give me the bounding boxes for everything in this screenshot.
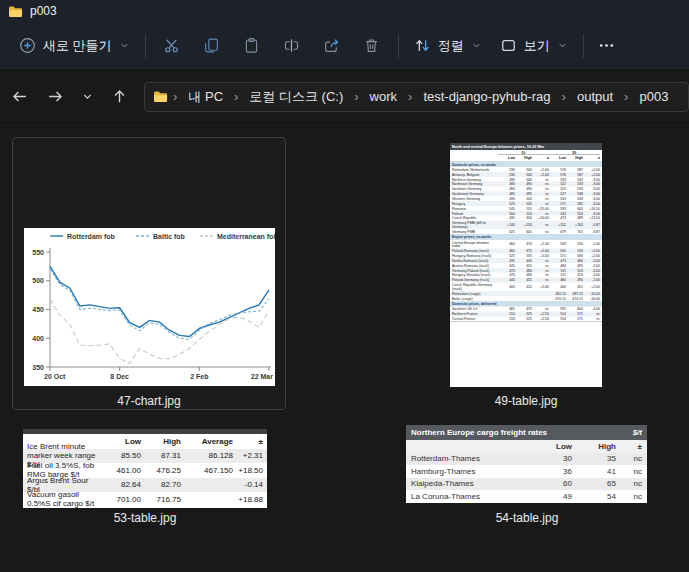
table49-row-label: Central France bbox=[452, 317, 498, 321]
table49-footnote-strip bbox=[450, 322, 602, 327]
breadcrumb-item-my-pc[interactable]: 내 PC bbox=[182, 86, 229, 108]
address-input[interactable]: › 내 PC › 로컬 디스크 (C:) › work › test-djang… bbox=[144, 82, 689, 112]
up-button[interactable] bbox=[102, 82, 136, 112]
table49-value: 604 bbox=[566, 307, 583, 311]
breadcrumb-separator: › bbox=[233, 89, 239, 104]
table49-value: 480 bbox=[498, 182, 515, 186]
table49-data-row: Northern Germany490500nc533543-3.00 bbox=[450, 177, 602, 182]
trash-icon bbox=[363, 37, 380, 54]
table53-column-label: Low bbox=[101, 437, 141, 446]
table49-value: nc bbox=[583, 317, 600, 321]
sort-button[interactable]: 정렬 bbox=[405, 29, 491, 63]
table49-value: nc bbox=[532, 278, 549, 282]
breadcrumb-item-local-disk-c[interactable]: 로컬 디스크 (C:) bbox=[243, 86, 349, 108]
table49-value: -3.00 bbox=[583, 182, 600, 186]
toolbar-divider bbox=[583, 34, 584, 58]
share-button[interactable] bbox=[312, 29, 352, 63]
table49-value: 603 bbox=[566, 206, 583, 210]
table49-data-row: Czech Republic-Germany (truck)405415+5.0… bbox=[450, 282, 602, 291]
delete-button[interactable] bbox=[352, 29, 392, 63]
breadcrumb-item-test-django-pyhub-rag[interactable]: test-django-pyhub-rag bbox=[417, 87, 556, 106]
table49-row-label: Serbia-Romania (truck) bbox=[452, 259, 498, 263]
breadcrumb-item-work[interactable]: work bbox=[364, 87, 403, 106]
svg-text:Baltic fob: Baltic fob bbox=[153, 233, 185, 240]
table49-data-row: Germany PMB (diff to Germany)+140+150nc+… bbox=[450, 220, 602, 229]
file-item-54-table[interactable]: Northern Europe cargo freight rates$/tLo… bbox=[406, 425, 647, 503]
table49-value: 571 bbox=[566, 312, 583, 316]
chevron-down-icon bbox=[471, 40, 482, 51]
rename-button[interactable] bbox=[272, 29, 312, 63]
table49-value: 445 bbox=[498, 278, 515, 282]
table49-value: 484 bbox=[566, 259, 583, 263]
view-button[interactable]: 보기 bbox=[491, 29, 577, 63]
arrow-left-icon bbox=[11, 88, 28, 105]
table53-value: 87.31 bbox=[141, 451, 181, 460]
table53-value: 476.25 bbox=[141, 466, 181, 475]
table49-value: 490 bbox=[515, 187, 532, 191]
table49-data-row: Rotterdam, Netherlands530540+5.00576587+… bbox=[450, 167, 602, 172]
table49-value: nc bbox=[532, 182, 549, 186]
forward-button[interactable] bbox=[38, 82, 72, 112]
table49-value: -3.00 bbox=[583, 202, 600, 206]
table49-value: +15.00 bbox=[532, 206, 549, 210]
table49-value: 450 bbox=[515, 216, 532, 220]
paste-button[interactable] bbox=[232, 29, 272, 63]
more-button[interactable] bbox=[590, 29, 624, 63]
breadcrumb-item-p003[interactable]: p003 bbox=[633, 87, 674, 106]
table49-value: 516 bbox=[566, 249, 583, 253]
table49-value: +2.00 bbox=[583, 249, 600, 253]
table54-value: nc bbox=[616, 454, 642, 463]
recent-locations-button[interactable] bbox=[74, 82, 100, 112]
svg-text:22 Mar: 22 Mar bbox=[251, 373, 273, 380]
table49-row-label: Antwerp, Belgium bbox=[452, 173, 498, 177]
svg-text:Rotterdam fob: Rotterdam fob bbox=[67, 233, 115, 240]
table53-column-label: Average bbox=[181, 437, 233, 446]
copy-button[interactable] bbox=[192, 29, 232, 63]
table53-column-label: High bbox=[141, 437, 181, 446]
table49-row-label: Poland bbox=[452, 211, 498, 215]
table49-value: -3.00 bbox=[583, 273, 600, 277]
breadcrumb-separator: › bbox=[407, 89, 413, 104]
table49-value: 587 bbox=[566, 168, 583, 172]
table49-value: 511 bbox=[549, 273, 566, 277]
file-item-53-table[interactable]: LowHighAverage±Ice Brent minute marker w… bbox=[23, 429, 267, 508]
table49-value: 510 bbox=[498, 312, 515, 316]
table49-value: 490 bbox=[515, 182, 532, 186]
table49-value: nc bbox=[532, 197, 549, 201]
table49-value: -3.87 bbox=[583, 230, 600, 234]
file-item-49-table[interactable]: North and central Europe bitumen prices,… bbox=[450, 143, 602, 387]
table49-group-label: €/t bbox=[498, 151, 549, 155]
table49-value: -3.00 bbox=[583, 211, 600, 215]
table49-value: 473 bbox=[549, 259, 566, 263]
table49-value: +13.50 bbox=[583, 216, 600, 220]
table49-value: 625 bbox=[498, 230, 515, 234]
table49-data-row: Austria-Romania (truck)445455nc484495-2.… bbox=[450, 263, 602, 268]
table49-value: 679 bbox=[549, 230, 566, 234]
breadcrumb-separator: › bbox=[172, 89, 178, 104]
table49-group-label: $/t bbox=[549, 151, 600, 155]
svg-text:Mediterranean fob: Mediterranean fob bbox=[217, 233, 275, 240]
table49-value: 435 bbox=[498, 259, 515, 263]
table49-value: -3.00 bbox=[583, 177, 600, 181]
table49-value: -16.00 bbox=[583, 296, 600, 300]
new-button[interactable]: 새로 만들기 bbox=[10, 29, 139, 63]
table49-data-row: Germany PMB625645nc679701-3.87 bbox=[450, 229, 602, 234]
toolbar: 새로 만들기 bbox=[0, 22, 689, 70]
table49-value: 645 bbox=[515, 230, 532, 234]
table49-value: 484 bbox=[549, 264, 566, 268]
table49-data-row: Poland-Romania (truck)465475+5.00505516+… bbox=[450, 249, 602, 254]
table49-data-row: Western Germany490500nc533543-3.00 bbox=[450, 196, 602, 201]
table49-value: +2.00 bbox=[583, 168, 600, 172]
table53-value: 701.00 bbox=[101, 495, 141, 504]
back-button[interactable] bbox=[2, 82, 36, 112]
table49-value: 474.15 bbox=[566, 296, 583, 300]
table49-value: 520 bbox=[566, 242, 583, 246]
breadcrumb-item-output[interactable]: output bbox=[571, 87, 619, 106]
table54-value: 54 bbox=[572, 492, 616, 501]
table49-row-label: Western Germany bbox=[452, 197, 498, 201]
table49-value: +163 bbox=[566, 223, 583, 227]
table49-value: 530 bbox=[498, 173, 515, 177]
table49-value: nc bbox=[583, 312, 600, 316]
file-name-label: 47-chart.jpg bbox=[12, 392, 286, 410]
cut-button[interactable] bbox=[152, 29, 192, 63]
